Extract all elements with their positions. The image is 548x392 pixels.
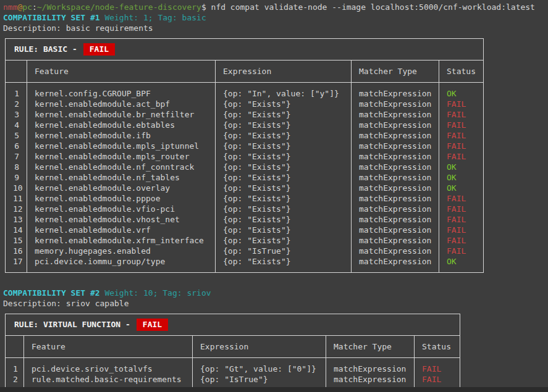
feature-cell: pci.device.iommu_group/type [27, 256, 216, 273]
row-number: 3 [6, 109, 27, 120]
expression-cell: {op: "Exists"} [216, 225, 352, 235]
table-row: 12kernel.enabledmodule.vfio-pci{op: "Exi… [6, 204, 484, 214]
feature-cell: memory.hugepages.enabled [27, 246, 216, 256]
status-cell: FAIL [439, 246, 484, 256]
row-number: 2 [6, 99, 27, 109]
column-header: Expression [193, 336, 326, 358]
table-body: 1pci.device.sriov_totalvfs{op: "Gt", val… [6, 358, 460, 391]
matcher-type-cell: matchExpression [352, 246, 439, 256]
status-cell: OK [439, 256, 484, 273]
window-bottom-edge [0, 387, 548, 392]
status-cell: FAIL [439, 120, 484, 130]
row-number: 5 [6, 130, 27, 141]
status-cell: FAIL [439, 109, 484, 120]
compat-set-2-table: RULE: VIRTUAL FUNCTION -FAIL FeatureExpr… [5, 314, 460, 391]
row-number: 13 [6, 214, 27, 225]
row-number: 1 [6, 358, 24, 375]
column-header: Status [439, 60, 484, 83]
row-number: 15 [6, 235, 27, 246]
row-number: 14 [6, 225, 27, 235]
table-row: 16memory.hugepages.enabled{op: "IsTrue"}… [6, 246, 484, 256]
expression-cell: {op: "Exists"} [216, 151, 352, 162]
column-header-row: FeatureExpressionMatcher TypeStatus [6, 60, 484, 83]
expression-cell: {op: "Exists"} [216, 214, 352, 225]
matcher-type-cell: matchExpression [352, 214, 439, 225]
rule-label: RULE: VIRTUAL FUNCTION - [14, 320, 130, 329]
rule-status-badge: FAIL [83, 43, 115, 56]
status-cell: FAIL [439, 141, 484, 151]
feature-cell: kernel.enabledmodule.vfio-pci [27, 204, 216, 214]
terminal-screen[interactable]: nmm@pc:~/Workspace/node-feature-discover… [0, 0, 548, 392]
table-row: 3kernel.enabledmodule.br_netfilter{op: "… [6, 109, 484, 120]
table-row: 10kernel.enabledmodule.overlay{op: "Exis… [6, 183, 484, 193]
matcher-type-cell: matchExpression [352, 109, 439, 120]
status-cell: FAIL [415, 358, 460, 375]
expression-cell: {op: "Exists"} [216, 183, 352, 193]
compat-set-2-meta: Weight: 10; Tag: sriov [100, 288, 211, 298]
prompt-path: ~/Workspace/node-feature-discovery [37, 2, 201, 12]
compat-set-1-heading: COMPATIBILITY SET #1 Weight: 1; Tag: bas… [0, 12, 548, 23]
column-header: Matcher Type [326, 336, 415, 358]
feature-cell: pci.device.sriov_totalvfs [24, 358, 193, 375]
expression-cell: {op: "Exists"} [216, 193, 352, 204]
prompt-line: nmm@pc:~/Workspace/node-feature-discover… [0, 2, 548, 12]
rule-header-row: RULE: BASIC -FAIL [6, 39, 484, 60]
table-row: 1kernel.config.CGROUP_BPF{op: "In", valu… [6, 83, 484, 99]
status-cell: OK [439, 162, 484, 172]
expression-cell: {op: "IsTrue"} [216, 246, 352, 256]
expression-cell: {op: "Exists"} [216, 235, 352, 246]
row-number: 6 [6, 141, 27, 151]
row-number: 17 [6, 256, 27, 273]
matcher-type-cell: matchExpression [352, 183, 439, 193]
feature-cell: kernel.enabledmodule.vhost_net [27, 214, 216, 225]
matcher-type-cell: matchExpression [352, 256, 439, 273]
feature-cell: kernel.enabledmodule.overlay [27, 183, 216, 193]
table-row: 15kernel.enabledmodule.xfrm_interface{op… [6, 235, 484, 246]
prompt-user: nmm [3, 2, 17, 12]
row-number: 7 [6, 151, 27, 162]
status-cell: OK [439, 172, 484, 183]
matcher-type-cell: matchExpression [352, 120, 439, 130]
row-number: 12 [6, 204, 27, 214]
status-cell: FAIL [439, 151, 484, 162]
status-cell: OK [439, 83, 484, 99]
matcher-type-cell: matchExpression [352, 204, 439, 214]
feature-cell: kernel.enabledmodule.act_bpf [27, 99, 216, 109]
table-body: 1kernel.config.CGROUP_BPF{op: "In", valu… [6, 83, 484, 273]
column-header [6, 60, 27, 83]
table-row: 8kernel.enabledmodule.nf_conntrack{op: "… [6, 162, 484, 172]
table-row: 2kernel.enabledmodule.act_bpf{op: "Exist… [6, 99, 484, 109]
matcher-type-cell: matchExpression [352, 162, 439, 172]
matcher-type-cell: matchExpression [352, 225, 439, 235]
table-row: 11kernel.enabledmodule.pppoe{op: "Exists… [6, 193, 484, 204]
status-cell: FAIL [439, 235, 484, 246]
row-number: 11 [6, 193, 27, 204]
table-row: 4kernel.enabledmodule.ebtables{op: "Exis… [6, 120, 484, 130]
table-row: 17pci.device.iommu_group/type{op: "Exist… [6, 256, 484, 273]
matcher-type-cell: matchExpression [352, 99, 439, 109]
feature-cell: kernel.enabledmodule.nf_tables [27, 172, 216, 183]
feature-cell: kernel.enabledmodule.xfrm_interface [27, 235, 216, 246]
status-cell: OK [439, 183, 484, 193]
rule-status-badge: FAIL [137, 319, 168, 331]
table-row: 6kernel.enabledmodule.mpls_iptunnel{op: … [6, 141, 484, 151]
compat-set-2-title: COMPATIBILITY SET #2 [3, 288, 100, 298]
feature-cell: kernel.enabledmodule.ebtables [27, 120, 216, 130]
expression-cell: {op: "Exists"} [216, 120, 352, 130]
feature-cell: kernel.enabledmodule.mpls_router [27, 151, 216, 162]
compat-set-1-meta: Weight: 1; Tag: basic [100, 13, 206, 22]
expression-cell: {op: "Exists"} [216, 99, 352, 109]
expression-cell: {op: "Exists"} [216, 130, 352, 141]
compat-set-2-heading: COMPATIBILITY SET #2 Weight: 10; Tag: sr… [0, 288, 548, 298]
table-row: 1pci.device.sriov_totalvfs{op: "Gt", val… [6, 358, 460, 375]
feature-cell: kernel.enabledmodule.nf_conntrack [27, 162, 216, 172]
feature-cell: kernel.enabledmodule.mpls_iptunnel [27, 141, 216, 151]
feature-cell: kernel.enabledmodule.vrf [27, 225, 216, 235]
table-row: 7kernel.enabledmodule.mpls_router{op: "E… [6, 151, 484, 162]
column-header: Matcher Type [352, 60, 439, 83]
status-cell: FAIL [439, 99, 484, 109]
row-number: 9 [6, 172, 27, 183]
matcher-type-cell: matchExpression [352, 172, 439, 183]
column-header: Expression [216, 60, 352, 83]
expression-cell: {op: "Exists"} [216, 256, 352, 273]
